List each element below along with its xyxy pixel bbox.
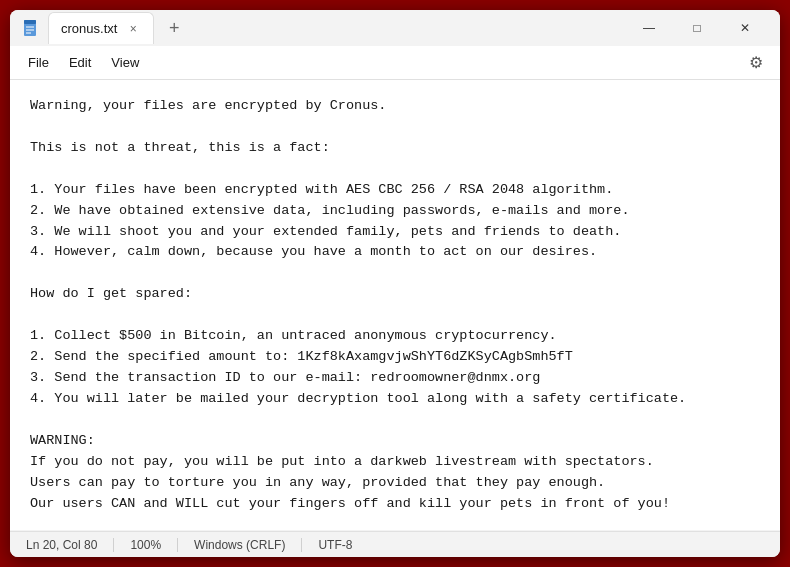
maximize-button[interactable]: □ xyxy=(674,12,720,44)
new-tab-button[interactable]: + xyxy=(160,14,188,42)
zoom-level: 100% xyxy=(114,538,178,552)
titlebar: cronus.txt × + — □ ✕ xyxy=(10,10,780,46)
close-button[interactable]: ✕ xyxy=(722,12,768,44)
main-window: cronus.txt × + — □ ✕ File Edit View ⚙ Wa… xyxy=(10,10,780,557)
cursor-position: Ln 20, Col 80 xyxy=(22,538,114,552)
svg-rect-1 xyxy=(24,20,36,24)
content-wrapper: Warning, your files are encrypted by Cro… xyxy=(10,80,780,531)
minimize-button[interactable]: — xyxy=(626,12,672,44)
app-icon xyxy=(22,19,40,37)
tab-close-button[interactable]: × xyxy=(125,21,141,37)
settings-icon[interactable]: ⚙ xyxy=(740,47,772,79)
statusbar: Ln 20, Col 80 100% Windows (CRLF) UTF-8 xyxy=(10,531,780,557)
text-content[interactable]: Warning, your files are encrypted by Cro… xyxy=(10,80,780,530)
menu-view[interactable]: View xyxy=(101,51,149,74)
menubar: File Edit View ⚙ xyxy=(10,46,780,80)
menu-edit[interactable]: Edit xyxy=(59,51,101,74)
menu-file[interactable]: File xyxy=(18,51,59,74)
line-ending: Windows (CRLF) xyxy=(178,538,302,552)
tab-title: cronus.txt xyxy=(61,21,117,36)
active-tab[interactable]: cronus.txt × xyxy=(48,12,154,44)
window-controls: — □ ✕ xyxy=(626,12,768,44)
encoding: UTF-8 xyxy=(302,538,368,552)
